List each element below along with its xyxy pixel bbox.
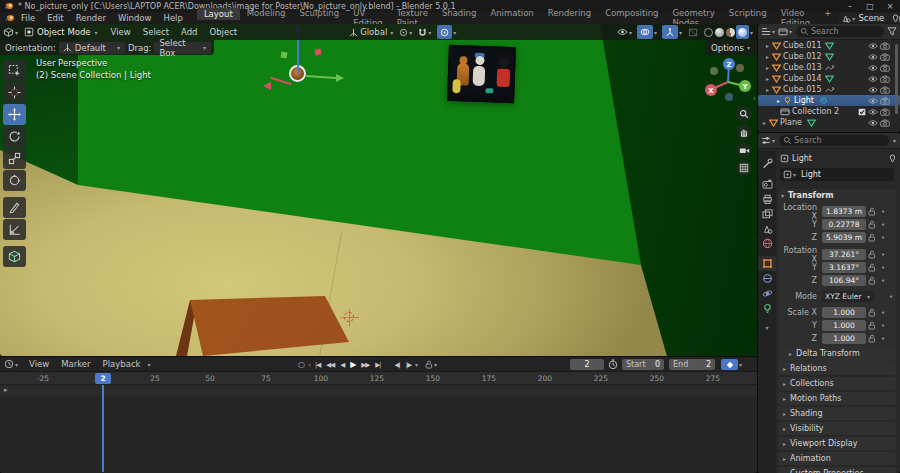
timeline-ruler[interactable]: -25 25 50 75 100 125 150 175 200 225 250… <box>0 372 757 385</box>
close-button[interactable]: × <box>880 2 900 11</box>
next-keyframe-button[interactable]: ▶▶ <box>358 361 372 369</box>
animate-dot[interactable]: • <box>878 234 888 242</box>
viewport-menu-add[interactable]: Add <box>175 27 203 37</box>
expand-icon[interactable]: ▸ <box>766 53 769 60</box>
tabs-overflow-icon[interactable]: ▾ <box>765 324 768 331</box>
tool-annotate[interactable] <box>3 197 26 218</box>
outliner-row-cube011[interactable]: ▸ Cube.011 <box>758 40 900 51</box>
orientation-default-dropdown[interactable]: Default▾ <box>59 42 125 54</box>
viewport-menu-select[interactable]: Select <box>137 27 175 37</box>
tool-add-cube[interactable] <box>3 246 26 267</box>
pin-id-icon[interactable] <box>889 154 896 163</box>
viewport-menu-object[interactable]: Object <box>203 27 243 37</box>
tab-view-layer[interactable] <box>758 206 776 221</box>
expand-icon[interactable]: ▸ <box>766 75 769 82</box>
object-name-field[interactable]: ▾ Light <box>780 168 894 181</box>
gizmo-y-axis[interactable] <box>336 74 344 82</box>
gizmo-x-axis[interactable] <box>263 82 271 90</box>
hide-icon[interactable] <box>868 42 878 50</box>
pivot-point-icon[interactable] <box>399 28 408 37</box>
timeline-track-area[interactable]: ▸ <box>0 385 757 472</box>
expand-icon[interactable]: ▸ <box>763 119 766 126</box>
animate-dot[interactable]: • <box>878 208 888 216</box>
panel-animation[interactable]: ▸Animation <box>778 452 896 465</box>
outliner-row-plane[interactable]: ▸ Plane <box>758 117 900 128</box>
gizmo-plane-handle-red[interactable] <box>315 49 322 56</box>
render-visibility-icon[interactable] <box>880 97 890 105</box>
timeline-menu-playback[interactable]: Playback <box>97 359 147 369</box>
autokey-lock-icon[interactable] <box>425 360 433 369</box>
animate-dot[interactable]: • <box>878 309 888 317</box>
properties-editor-icon[interactable] <box>761 136 771 145</box>
scale-y-field[interactable]: 1.000 <box>822 320 866 331</box>
shading-solid-button[interactable] <box>715 28 724 37</box>
expand-icon[interactable]: ▸ <box>766 42 769 49</box>
outliner-row-collection2[interactable]: Collection 2 <box>758 106 900 117</box>
location-y-field[interactable]: 0.22778 <box>822 219 866 230</box>
pin-icon[interactable] <box>892 14 899 23</box>
viewport-menu-view[interactable]: View <box>105 27 137 37</box>
panel-shading[interactable]: ▸Shading <box>778 407 896 420</box>
step-forward-button[interactable]: |▶ <box>403 361 414 369</box>
timeline-menu-view[interactable]: View <box>23 359 55 369</box>
rotation-mode-dropdown[interactable]: XYZ Euler▾ <box>822 291 874 302</box>
stopwatch-icon[interactable] <box>608 359 618 370</box>
render-visibility-icon[interactable] <box>880 53 890 61</box>
render-visibility-icon[interactable] <box>880 119 890 127</box>
proportional-editing-toggle[interactable] <box>437 25 452 39</box>
render-visibility-icon[interactable] <box>880 108 890 116</box>
hide-icon[interactable] <box>868 53 878 61</box>
lock-icon[interactable] <box>866 250 878 259</box>
filter-funnel-icon[interactable] <box>887 27 897 36</box>
tool-select-box[interactable] <box>3 60 26 81</box>
scene-selector[interactable]: ▾ Scene × <box>838 13 900 23</box>
animate-dot[interactable]: • <box>878 251 888 259</box>
tab-render[interactable] <box>758 176 776 191</box>
scale-x-field[interactable]: 1.000 <box>822 307 866 318</box>
tool-scale[interactable] <box>3 148 26 169</box>
animate-dot[interactable]: • <box>878 264 888 272</box>
play-button[interactable]: ▶ <box>347 360 358 369</box>
tool-measure[interactable] <box>3 219 26 240</box>
summary-expand-icon[interactable]: ▸ <box>4 386 8 394</box>
shading-wireframe-button[interactable] <box>704 28 713 37</box>
tool-transform[interactable] <box>3 170 26 191</box>
snap-magnet-icon[interactable] <box>418 28 427 37</box>
transform-panel-header[interactable]: ▾Transform <box>780 190 900 201</box>
jump-to-start-button[interactable]: |◀ <box>312 361 323 369</box>
animate-dot[interactable]: • <box>878 322 888 330</box>
camera-view-button[interactable] <box>736 142 752 158</box>
step-back-button[interactable]: ◀| <box>392 361 403 369</box>
tab-output[interactable] <box>758 191 776 206</box>
rotation-y-field[interactable]: 3.1637° <box>822 262 866 273</box>
collection-checkbox[interactable] <box>858 108 866 116</box>
jump-to-end-button[interactable]: ▶| <box>372 361 383 369</box>
shading-material-button[interactable] <box>726 28 735 37</box>
panel-visibility[interactable]: ▸Visibility <box>778 422 896 435</box>
playhead-marker[interactable]: 2 <box>95 373 111 384</box>
outliner-scrollbar[interactable] <box>895 44 898 114</box>
properties-options-icon[interactable]: ▾ <box>893 137 896 144</box>
playhead-line[interactable] <box>102 385 104 472</box>
gizmos-toggle[interactable] <box>662 25 678 39</box>
pan-button[interactable] <box>736 124 752 140</box>
hide-icon[interactable] <box>868 75 878 83</box>
lock-icon[interactable] <box>866 220 878 229</box>
shading-rendered-button[interactable] <box>736 25 749 39</box>
maximize-button[interactable]: □ <box>860 2 880 11</box>
tab-object-data[interactable] <box>758 301 776 316</box>
tab-tool[interactable] <box>758 156 776 171</box>
tab-physics[interactable] <box>758 286 776 301</box>
lock-icon[interactable] <box>866 308 878 317</box>
location-z-field[interactable]: 5.9039 m <box>822 232 866 243</box>
properties-search-input[interactable]: Search <box>779 135 889 146</box>
tab-scene[interactable] <box>758 221 776 236</box>
render-visibility-icon[interactable] <box>880 42 890 50</box>
tab-constraints[interactable] <box>758 271 776 286</box>
expand-icon[interactable]: ▸ <box>777 97 780 104</box>
cursor-3d[interactable] <box>344 312 354 322</box>
render-visibility-icon[interactable] <box>880 86 890 94</box>
tool-move[interactable] <box>3 104 26 125</box>
minimize-button[interactable]: – <box>840 2 860 11</box>
frame-end-field[interactable]: End2 <box>669 359 715 370</box>
